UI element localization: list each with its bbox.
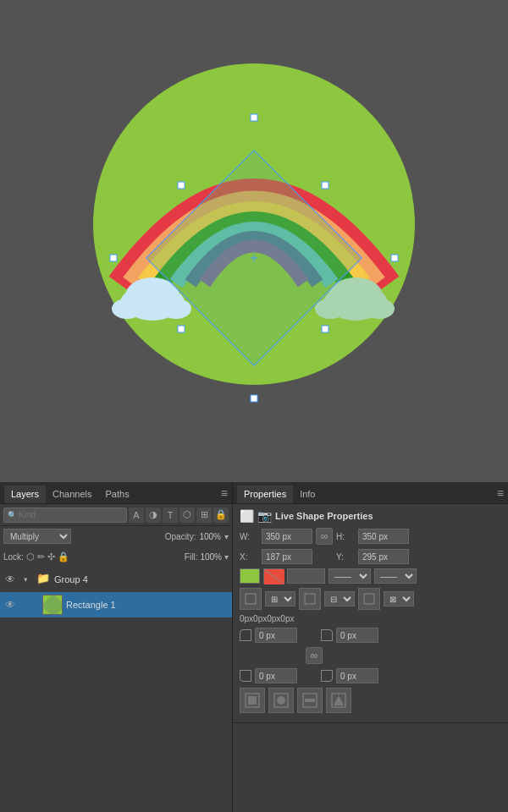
path-ops-row: ⊞ ⊟ ⊠ [240,588,501,610]
fill-color-swatch[interactable] [240,568,260,584]
visibility-icon-rect1[interactable]: 👁 [5,599,19,611]
h-input[interactable] [358,529,409,544]
path-op-2[interactable] [299,588,321,610]
svg-rect-30 [364,594,374,604]
corner-br-icon [321,670,333,682]
layer-item-rect1[interactable]: 👁 Rectangle 1 [0,592,232,617]
blend-mode-select[interactable]: Multiply [3,529,71,544]
opacity-label: Opacity: [165,532,196,541]
properties-panel: Properties Info ≡ ⬜ 📷 Live Shape Propert… [233,482,508,812]
filter-text-icon[interactable]: T [163,508,178,523]
svg-rect-19 [178,182,185,189]
layer-name-group4: Group 4 [54,574,88,584]
corner-tr-icon [321,629,333,641]
live-shape-title: ⬜ 📷 Live Shape Properties [240,509,501,523]
fill-value[interactable]: 100% [200,552,222,562]
properties-menu-icon[interactable]: ≡ [497,486,504,503]
svg-rect-29 [305,594,315,604]
fill-chevron[interactable]: ▾ [224,552,229,562]
tab-info[interactable]: Info [293,486,322,503]
svg-rect-18 [322,326,329,332]
canvas-area [0,0,508,482]
lock-artboard-icon[interactable]: 🔒 [58,551,69,562]
filter-type-icon[interactable]: A [129,508,144,523]
corner-tl-input[interactable] [255,628,297,643]
opacity-value[interactable]: 100% [199,532,221,541]
search-input[interactable] [19,510,123,519]
corner-br-input[interactable] [336,668,378,683]
stroke-dash-select[interactable]: —— [374,568,417,584]
stroke-type-select[interactable]: —— [329,568,371,584]
layers-menu-icon[interactable]: ≡ [221,486,228,503]
tab-layers[interactable]: Layers [4,486,46,503]
path-op-add[interactable] [240,588,262,610]
corner-link-row: ∞ [240,647,501,664]
x-label: X: [240,552,258,562]
stroke-color-swatch[interactable] [263,568,284,584]
filter-adjustment-icon[interactable]: ◑ [146,508,161,523]
h-label: H: [336,532,355,541]
corner-bl-icon [240,670,251,682]
path-align-2-select[interactable]: ⊟ [324,591,355,606]
lock-image-icon[interactable]: ✏ [37,551,45,562]
lock-transparency-icon[interactable]: ⬡ [26,551,35,562]
search-icon: 🔍 [8,511,17,519]
lock-position-icon[interactable]: ✣ [47,551,55,562]
expand-icon-group4[interactable]: ▾ [24,575,34,584]
wh-row: W: ∞ H: [240,528,501,545]
filter-shape-icon[interactable]: ⬡ [179,508,195,523]
opacity-chevron[interactable]: ▾ [224,532,229,541]
corner-bottom-row [240,668,501,683]
tab-paths[interactable]: Paths [99,486,136,503]
camera-icon: 📷 [257,509,272,523]
svg-rect-14 [391,255,398,261]
tab-channels[interactable]: Channels [46,486,98,503]
y-label: Y: [336,552,355,562]
canvas-content [51,21,457,461]
filter-active-icon[interactable]: 🔒 [213,508,229,523]
xy-row: X: Y: [240,549,501,564]
lock-row: Lock: ⬡ ✏ ✣ 🔒 Fill: 100% ▾ [0,546,232,567]
layer-item-group4[interactable]: 👁 ▾ 📁 Group 4 [0,567,232,592]
path-transform-4[interactable] [326,688,351,713]
lock-label: Lock: [3,552,24,562]
corner-top-row [240,628,501,643]
svg-rect-36 [305,699,315,702]
search-box[interactable]: 🔍 [3,508,127,523]
path-transform-2[interactable] [268,688,294,713]
w-input[interactable] [262,529,312,544]
path-op-3[interactable] [358,588,380,610]
path-align-select[interactable]: ⊞ [265,591,295,606]
path-transform-3[interactable] [297,688,323,713]
y-input[interactable] [358,549,409,564]
svg-rect-15 [251,395,257,402]
visibility-icon-group4[interactable]: 👁 [5,573,19,585]
svg-rect-28 [246,594,256,604]
folder-icon-group4: 📁 [36,572,52,587]
tab-properties[interactable]: Properties [237,486,293,503]
svg-rect-32 [248,696,257,705]
corner-link-icon[interactable]: ∞ [306,647,323,664]
w-label: W: [240,532,258,541]
layers-panel-tabs: Layers Channels Paths ≡ [0,482,232,504]
layers-panel: Layers Channels Paths ≡ 🔍 A ◑ T ⬡ ⊞ 🔒 Mu… [0,482,233,812]
x-input[interactable] [262,549,312,564]
wh-link-icon[interactable]: ∞ [316,528,333,545]
corner-tr-input[interactable] [336,628,378,643]
fill-label: Fill: [185,552,198,562]
selection-overlay [110,114,398,402]
layer-name-rect1: Rectangle 1 [66,600,116,610]
svg-point-34 [277,696,285,705]
stroke-row: 3 pt —— —— [240,568,501,584]
path-transform-1[interactable] [240,688,265,713]
corner-radius-label-row: 0px0px0px0px [240,614,501,623]
filter-smart-icon[interactable]: ⊞ [196,508,212,523]
svg-rect-16 [110,255,117,261]
path-distribute-select[interactable]: ⊠ [384,591,414,606]
layer-thumbnail-rect1 [42,595,63,615]
properties-panel-tabs: Properties Info ≡ [233,482,508,504]
live-shape-section: ⬜ 📷 Live Shape Properties W: ∞ H: X: Y: [233,504,508,723]
blend-row: Multiply Opacity: 100% ▾ [0,526,232,546]
corner-bl-input[interactable] [255,668,297,683]
stroke-width-input[interactable]: 3 pt [287,568,325,584]
